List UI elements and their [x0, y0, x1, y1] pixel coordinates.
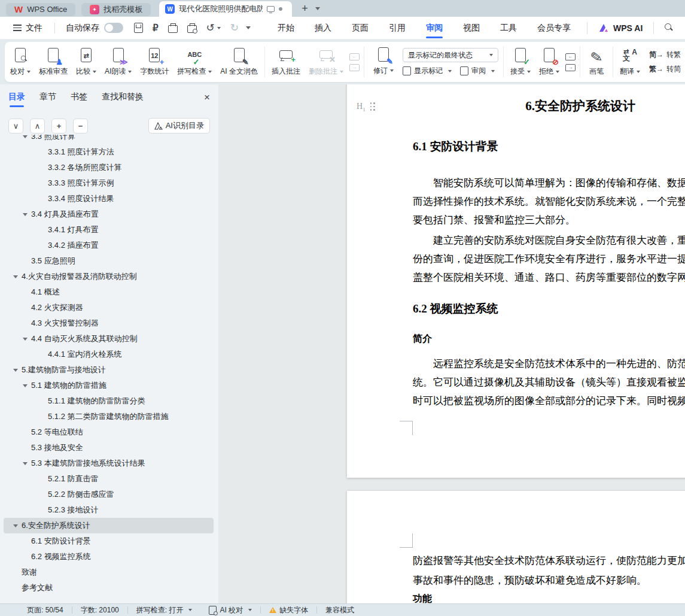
outline-item[interactable]: 6.1 安防设计背景	[4, 533, 214, 549]
screen-share-icon[interactable]	[267, 6, 275, 12]
outline-item[interactable]: 4.1 概述	[4, 284, 214, 300]
expand-arrow-icon[interactable]	[39, 198, 48, 201]
outline-item[interactable]: 4.3 火灾报警控制器	[4, 315, 214, 331]
collapse-all-button[interactable]: ∨	[8, 119, 23, 133]
expand-arrow-icon[interactable]	[39, 182, 48, 185]
expand-arrow-icon[interactable]	[39, 244, 48, 247]
expand-arrow-icon[interactable]	[39, 509, 48, 512]
outline-item[interactable]: 5.建筑物防雷与接地设计	[4, 362, 214, 378]
expand-arrow-icon[interactable]	[13, 369, 22, 372]
accept-button[interactable]: ✓ 接受	[506, 44, 535, 80]
expand-arrow-icon[interactable]	[23, 260, 31, 263]
menu-item[interactable]: 审阅	[416, 18, 453, 38]
sidebar-tab[interactable]: 目录	[8, 92, 25, 107]
file-menu[interactable]: 文件	[26, 23, 42, 34]
delete-comment-button[interactable]: ✕ 删除批注	[305, 44, 348, 80]
quickbar-more-chevron-icon[interactable]	[246, 26, 251, 29]
tab-current-document[interactable]: W 现代化医院照明供配电防雷及	[159, 1, 292, 17]
proofread-button[interactable]: 校对	[6, 44, 35, 80]
hamburger-menu-icon[interactable]	[13, 25, 22, 31]
menu-item[interactable]: 工具	[490, 18, 527, 38]
expand-arrow-icon[interactable]	[39, 166, 48, 169]
outline-item[interactable]: 5.2.2 防侧击感应雷	[4, 487, 214, 502]
review-pane-button[interactable]: 审阅	[460, 66, 495, 76]
outline-item[interactable]: 3.3.2 各场所照度计算	[4, 160, 214, 175]
outline-item[interactable]: 3.5 应急照明	[4, 253, 214, 269]
outline-item[interactable]: 5.2.1 防直击雷	[4, 471, 214, 487]
expand-arrow-icon[interactable]	[23, 462, 31, 465]
expand-arrow-icon[interactable]	[39, 151, 48, 154]
ai-recognize-toc-button[interactable]: AI识别目录	[148, 118, 210, 133]
document-page-1[interactable]: H1 6.安全防护系统设计 6.1 安防设计背景 智能安防系统可以简单理解为：图…	[347, 84, 685, 478]
document-canvas[interactable]: H1 6.安全防护系统设计 6.1 安防设计背景 智能安防系统可以简单理解为：图…	[218, 84, 685, 603]
track-changes-button[interactable]: ✎ 修订	[369, 45, 398, 79]
document-page-2[interactable]: 防盗报警等其他安全技术防范体系联动运行，使防范能力更加强事故和事件的隐患，预防破…	[347, 491, 685, 603]
word-count-indicator[interactable]: 字数: 20100	[72, 605, 127, 615]
insert-comment-button[interactable]: + 插入批注	[267, 44, 305, 80]
undo-button[interactable]: ↺	[202, 22, 226, 34]
expand-arrow-icon[interactable]	[39, 229, 48, 232]
tab-wps-office[interactable]: W WPS Office	[6, 3, 75, 16]
expand-arrow-icon[interactable]	[23, 213, 31, 216]
print-preview-button[interactable]	[182, 23, 202, 33]
expand-arrow-icon[interactable]	[13, 524, 22, 527]
expand-all-button[interactable]: ∧	[30, 119, 45, 133]
expand-arrow-icon[interactable]	[13, 587, 22, 590]
expand-arrow-icon[interactable]	[23, 431, 31, 434]
wps-ai-button[interactable]: WPS AI	[598, 23, 643, 33]
expand-arrow-icon[interactable]	[23, 338, 31, 341]
compare-button[interactable]: ⇄ 比较	[72, 44, 101, 80]
expand-arrow-icon[interactable]	[39, 415, 48, 418]
expand-arrow-icon[interactable]	[39, 478, 48, 481]
outline-item[interactable]: 5.3 接地及安全	[4, 440, 214, 456]
outline-item[interactable]: 3.3.3 照度计算示例	[4, 175, 214, 191]
outline-item[interactable]: 3.4.1 灯具布置	[4, 222, 214, 238]
outline-item[interactable]: 6.2 视频监控系统	[4, 549, 214, 565]
ai-proofread-status[interactable]: AI 校对	[200, 605, 260, 615]
autosave-toggle[interactable]	[104, 23, 123, 33]
outline-item[interactable]: 3.3.1 照度计算方法	[4, 144, 214, 160]
outline-item[interactable]: 5.2.3 接地设计	[4, 502, 214, 518]
search-button[interactable]	[660, 23, 678, 32]
autosave-control[interactable]: 自动保存	[66, 23, 123, 34]
zoom-in-outline-button[interactable]: +	[51, 119, 66, 133]
print-button[interactable]	[163, 23, 182, 33]
previous-change-icon[interactable]: ←	[565, 53, 576, 60]
zoom-out-outline-button[interactable]: −	[73, 119, 88, 133]
sidebar-close-icon[interactable]: ×	[204, 92, 210, 107]
spellcheck-status[interactable]: 拼写检查: 打开	[128, 605, 201, 615]
sidebar-tab[interactable]: 书签	[71, 92, 87, 107]
outline-item[interactable]: 4.2 火灾探测器	[4, 300, 214, 315]
spell-check-button[interactable]: ABC✓ 拼写检查	[173, 44, 216, 80]
outline-item[interactable]: 5.1.1 建筑物的防雷防雷分类	[4, 393, 214, 409]
markup-state-dropdown[interactable]: 显示标记的最终状态	[403, 48, 498, 62]
next-change-icon[interactable]: →	[565, 64, 576, 71]
show-markup-button[interactable]: 显示标记	[403, 66, 452, 76]
tab-docer-templates[interactable]: ✦ 找稻壳模板	[81, 3, 151, 16]
to-simplified-button[interactable]: 繁→ 转简	[649, 64, 681, 74]
page-indicator[interactable]: 页面: 50/54	[27, 605, 72, 615]
expand-arrow-icon[interactable]	[23, 135, 31, 138]
expand-arrow-icon[interactable]	[23, 540, 31, 543]
outline-item[interactable]: 5.2 等电位联结	[4, 424, 214, 440]
outline-item[interactable]: 4.4 自动灭火系统及其联动控制	[4, 331, 214, 347]
outline-item[interactable]: 4.火灾自动报警器及消防联动控制	[4, 269, 214, 284]
standard-review-button[interactable]: ♟ 标准审查	[35, 44, 72, 80]
expand-arrow-icon[interactable]	[23, 322, 31, 325]
expand-arrow-icon[interactable]	[39, 353, 48, 356]
menu-item[interactable]: 引用	[379, 18, 416, 38]
sidebar-tab[interactable]: 查找和替换	[102, 92, 144, 107]
next-comment-icon[interactable]: →	[349, 64, 360, 71]
outline-item[interactable]: 3.3.4 照度设计结果	[4, 191, 214, 207]
new-tab-button[interactable]: +	[302, 3, 308, 14]
expand-arrow-icon[interactable]	[23, 556, 31, 559]
outline-item[interactable]: 5.1 建筑物的防雷措施	[4, 378, 214, 393]
menu-item[interactable]: 插入	[305, 18, 342, 38]
sidebar-tab[interactable]: 章节	[39, 92, 56, 107]
expand-arrow-icon[interactable]	[13, 571, 22, 574]
compatibility-mode-indicator[interactable]: 兼容模式	[317, 605, 363, 615]
to-traditional-button[interactable]: 简→ 转繁	[649, 50, 681, 60]
redo-button[interactable]: ↻	[226, 22, 243, 34]
expand-arrow-icon[interactable]	[39, 493, 48, 496]
outline-item[interactable]: 3.4 灯具及插座布置	[4, 207, 214, 222]
